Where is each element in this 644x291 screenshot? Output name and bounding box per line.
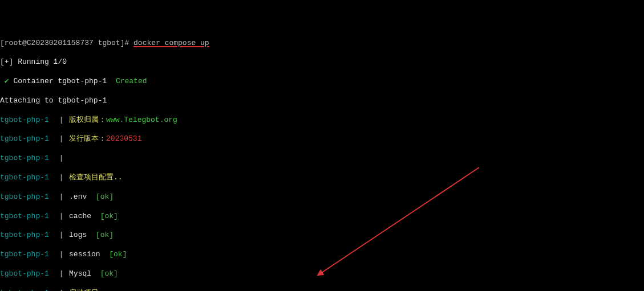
log-prefix: tgbot-php-1 (0, 134, 49, 143)
start-project: 启动项目... (69, 289, 112, 291)
pipe-separator: | (50, 154, 68, 162)
env-ok: [ok] (96, 192, 114, 201)
cache-ok: [ok] (100, 212, 118, 220)
copyright-url[interactable]: www.Telegbot.org (106, 116, 177, 124)
pipe-separator: | (50, 212, 68, 220)
log-prefix: tgbot-php-1 (0, 154, 49, 162)
log-prefix: tgbot-php-1 (0, 192, 49, 201)
container-name: Container tgbot-php-1 (13, 77, 115, 85)
session-label: session (69, 250, 109, 259)
mysql-label: Mysql (69, 269, 100, 278)
pipe-separator: | (50, 173, 68, 182)
annotation-arrow-icon (286, 165, 481, 279)
log-prefix: tgbot-php-1 (0, 231, 49, 239)
check-config: 检查项目配置.. (69, 173, 123, 182)
release-label: 发行版本： (69, 134, 106, 143)
pipe-separator: | (50, 289, 68, 291)
env-label: .env (69, 192, 96, 201)
shell-prompt: [root@C20230201158737 tgbot]# (0, 39, 133, 47)
release-value: 20230531 (106, 134, 141, 143)
logs-label: logs (69, 231, 96, 239)
pipe-separator: | (50, 134, 68, 143)
pipe-separator: | (50, 116, 68, 124)
pipe-separator: | (50, 192, 68, 201)
attaching-line: Attaching to tgbot-php-1 (0, 96, 644, 106)
copyright-label: 版权归属： (69, 116, 106, 124)
container-status: Created (116, 77, 147, 85)
check-icon: ✔ (0, 77, 13, 85)
log-prefix: tgbot-php-1 (0, 289, 49, 291)
cache-label: cache (69, 212, 100, 220)
pipe-separator: | (50, 269, 68, 278)
log-prefix: tgbot-php-1 (0, 250, 49, 259)
pipe-separator: | (50, 250, 68, 259)
pipe-separator: | (50, 231, 68, 239)
log-prefix: tgbot-php-1 (0, 116, 49, 124)
log-prefix: tgbot-php-1 (0, 173, 49, 182)
mysql-ok: [ok] (100, 269, 118, 278)
log-prefix: tgbot-php-1 (0, 212, 49, 220)
running-status: [+] Running 1/0 (0, 58, 644, 67)
session-ok: [ok] (109, 250, 127, 259)
command-input[interactable]: docker compose up (133, 39, 209, 47)
logs-ok: [ok] (96, 231, 114, 239)
log-prefix: tgbot-php-1 (0, 269, 49, 278)
